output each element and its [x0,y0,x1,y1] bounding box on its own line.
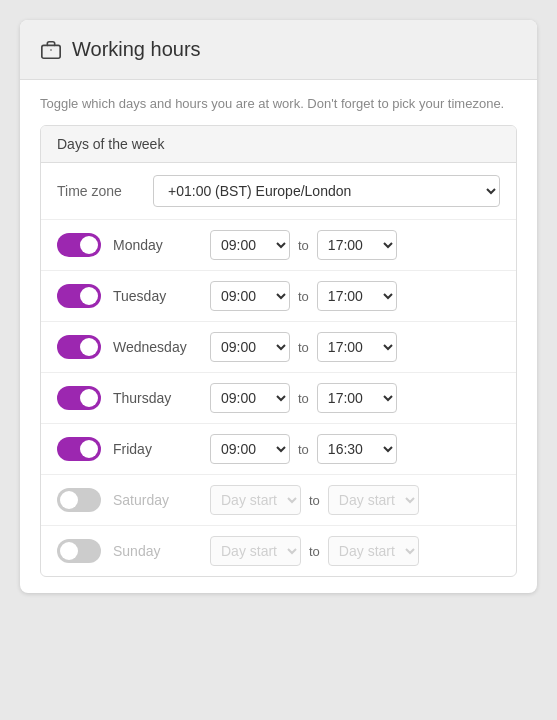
working-hours-card: Working hours Toggle which days and hour… [20,20,537,593]
days-container: Monday08:0008:3009:0009:3010:0016:0016:3… [41,220,516,576]
svg-rect-0 [42,45,60,58]
end-time-saturday: Day start [328,485,419,515]
days-box: Days of the week Time zone +01:00 (BST) … [40,125,517,577]
day-name-saturday: Saturday [113,492,198,508]
to-label: to [298,442,309,457]
day-row: SaturdayDay starttoDay start [41,475,516,526]
toggle-wednesday[interactable] [57,335,101,359]
toggle-saturday[interactable] [57,488,101,512]
time-controls: 08:0008:3009:0009:3010:0016:0016:3017:00… [210,281,500,311]
timezone-row: Time zone +01:00 (BST) Europe/London +00… [41,163,516,220]
page-title: Working hours [72,38,201,61]
time-controls: Day starttoDay start [210,485,500,515]
toggle-tuesday[interactable] [57,284,101,308]
to-label: to [309,493,320,508]
end-time-sunday: Day start [328,536,419,566]
start-time-friday[interactable]: 08:0008:3009:0009:3010:0016:0016:3017:00… [210,434,290,464]
day-row: Friday08:0008:3009:0009:3010:0016:0016:3… [41,424,516,475]
start-time-thursday[interactable]: 08:0008:3009:0009:3010:0016:0016:3017:00… [210,383,290,413]
time-controls: 08:0008:3009:0009:3010:0016:0016:3017:00… [210,434,500,464]
start-time-sunday: Day start [210,536,301,566]
day-name-friday: Friday [113,441,198,457]
subtitle-text: Toggle which days and hours you are at w… [40,96,517,111]
day-name-monday: Monday [113,237,198,253]
toggle-friday[interactable] [57,437,101,461]
to-label: to [298,340,309,355]
end-time-friday[interactable]: 14:0015:0016:0016:3017:0017:3018:0018:30… [317,434,397,464]
card-header: Working hours [20,20,537,80]
day-name-tuesday: Tuesday [113,288,198,304]
section-label: Days of the week [41,126,516,163]
time-controls: Day starttoDay start [210,536,500,566]
to-label: to [298,391,309,406]
day-row: SundayDay starttoDay start [41,526,516,576]
timezone-label: Time zone [57,183,137,199]
day-row: Thursday08:0008:3009:0009:3010:0016:0016… [41,373,516,424]
end-time-tuesday[interactable]: 14:0015:0016:0016:3017:0017:3018:0018:30… [317,281,397,311]
end-time-wednesday[interactable]: 14:0015:0016:0016:3017:0017:3018:0018:30… [317,332,397,362]
start-time-wednesday[interactable]: 08:0008:3009:0009:3010:0016:0016:3017:00… [210,332,290,362]
start-time-tuesday[interactable]: 08:0008:3009:0009:3010:0016:0016:3017:00… [210,281,290,311]
day-row: Monday08:0008:3009:0009:3010:0016:0016:3… [41,220,516,271]
end-time-monday[interactable]: 14:0015:0016:0016:3017:0017:3018:0018:30… [317,230,397,260]
to-label: to [309,544,320,559]
to-label: to [298,238,309,253]
toggle-thursday[interactable] [57,386,101,410]
day-name-thursday: Thursday [113,390,198,406]
start-time-saturday: Day start [210,485,301,515]
toggle-sunday[interactable] [57,539,101,563]
day-name-sunday: Sunday [113,543,198,559]
card-body: Toggle which days and hours you are at w… [20,80,537,593]
time-controls: 08:0008:3009:0009:3010:0016:0016:3017:00… [210,332,500,362]
day-row: Tuesday08:0008:3009:0009:3010:0016:0016:… [41,271,516,322]
start-time-monday[interactable]: 08:0008:3009:0009:3010:0016:0016:3017:00… [210,230,290,260]
day-row: Wednesday08:0008:3009:0009:3010:0016:001… [41,322,516,373]
toggle-monday[interactable] [57,233,101,257]
time-controls: 08:0008:3009:0009:3010:0016:0016:3017:00… [210,383,500,413]
end-time-thursday[interactable]: 14:0015:0016:0016:3017:0017:3018:0018:30… [317,383,397,413]
time-controls: 08:0008:3009:0009:3010:0016:0016:3017:00… [210,230,500,260]
timezone-select[interactable]: +01:00 (BST) Europe/London +00:00 (UTC) … [153,175,500,207]
to-label: to [298,289,309,304]
briefcase-icon [40,39,62,61]
day-name-wednesday: Wednesday [113,339,198,355]
